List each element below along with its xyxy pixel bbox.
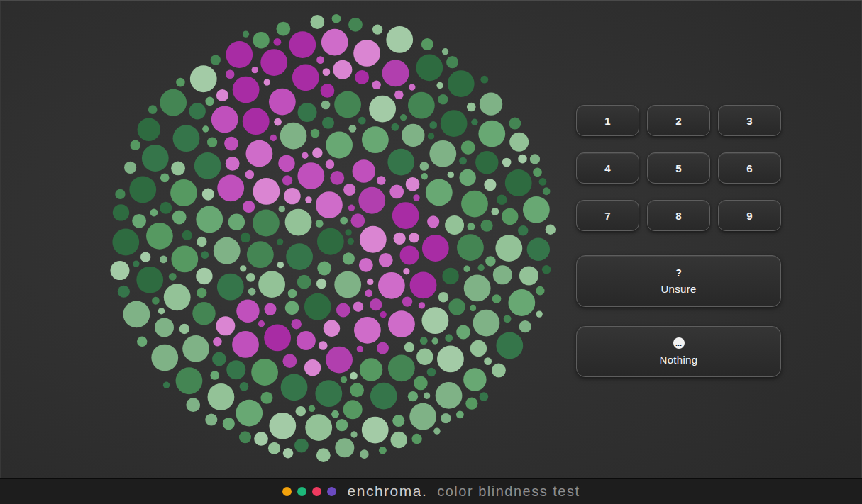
unsure-button-label: Unsure (661, 283, 696, 295)
answer-button-5[interactable]: 5 (647, 152, 710, 184)
answer-button-7[interactable]: 7 (576, 200, 639, 231)
nothing-button-label: Nothing (660, 354, 698, 366)
answer-button-1[interactable]: 1 (576, 105, 639, 136)
answer-keypad: 1 2 3 4 5 6 7 8 9 (576, 105, 781, 231)
question-mark-icon: ? (675, 268, 682, 278)
unsure-button[interactable]: ? Unsure (576, 255, 781, 307)
answer-button-3[interactable]: 3 (718, 105, 781, 136)
logo-dot-purple (327, 487, 336, 496)
answer-button-9[interactable]: 9 (718, 200, 781, 231)
ishihara-test-plate (103, 10, 560, 466)
app-window: 1 2 3 4 5 6 7 8 9 ? Unsure ... Nothing e… (0, 0, 862, 504)
logo-dot-green (297, 487, 306, 496)
ellipsis-icon: ... (673, 337, 685, 349)
answer-button-8[interactable]: 8 (647, 200, 710, 231)
answer-button-2[interactable]: 2 (647, 105, 710, 136)
answer-button-6[interactable]: 6 (718, 152, 781, 184)
answer-button-4[interactable]: 4 (576, 152, 639, 184)
logo-dot-yellow (282, 487, 292, 496)
brand-name: enchroma. (348, 483, 428, 500)
nothing-button[interactable]: ... Nothing (576, 326, 781, 377)
brand-footer: enchroma. color blindness test (0, 478, 862, 504)
logo-dot-red (312, 487, 321, 496)
brand-subtitle: color blindness test (437, 483, 580, 500)
